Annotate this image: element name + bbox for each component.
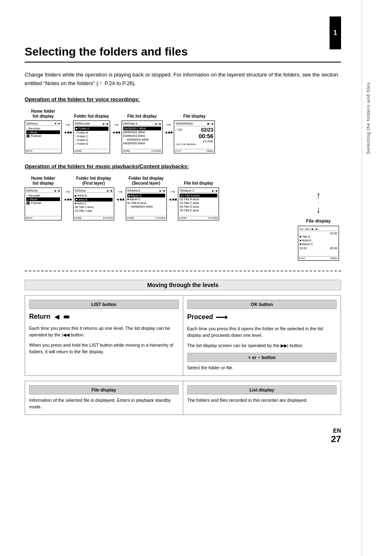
music-arrow-2: → ◄ ■ ■ xyxy=(116,188,124,202)
page-footer: EN 27 xyxy=(25,427,341,445)
voice-section: Operation of the folders for voice recor… xyxy=(25,96,341,153)
arrow-1: → ◄ ■ ■ xyxy=(63,120,71,134)
voice-screen-1-display: 000Home■ □■ ♪Recorder ♫Music ⬛Podcast BA… xyxy=(25,120,62,153)
page-title: Selecting the folders and files xyxy=(25,45,341,63)
side-tab-text: Selecting the folders and files xyxy=(366,82,371,154)
music-section: Operation of the folders for music playb… xyxy=(25,163,341,261)
list-button-label: LIST button xyxy=(29,300,179,309)
bottom-boxes: File display Information of the selected… xyxy=(25,381,341,415)
music-arrow-3: → ◄ ■ ■ xyxy=(168,188,177,202)
list-desc-1: Each time you press this it returns up o… xyxy=(29,325,179,338)
moving-section: Moving through the levels LIST button Re… xyxy=(25,280,341,415)
list-desc-2: When you press and hold the LIST button … xyxy=(29,342,179,355)
arrow-2: → ◄ ■ ■ xyxy=(112,120,120,134)
voice-heading: Operation of the folders for voice recor… xyxy=(25,96,341,102)
ok-button-column: OK button Proceed ⟶ Each time you press … xyxy=(183,295,341,376)
proceed-action: Proceed ⟶ xyxy=(187,312,337,322)
music-screen-flow: Home folderlist display 000Home■ □■ ♪Rec… xyxy=(25,174,294,220)
ok-button-label: OK button xyxy=(187,300,337,309)
voice-screen-3: File list display 000Folder A■ □■ DM5600… xyxy=(122,107,163,153)
music-screen-3: Folder list display(Second layer) 000Art… xyxy=(126,174,167,220)
page-number: 27 xyxy=(25,434,341,445)
voice-screen-4-label: File display xyxy=(183,107,205,119)
voice-screen-4: File display 000DM560002▶ □■ □ XO 02/23 … xyxy=(174,107,215,153)
return-action: Return ◄ ■■ xyxy=(29,312,179,322)
file-display-side-screen: 001-Title A ▶ □■ 01/20 ■Title A ■Artist … xyxy=(298,226,339,261)
voice-screen-2-display: 000Recorder■ □■ ▶Folder A □Folder B □Fol… xyxy=(73,120,110,153)
voice-screen-2: Folder list display 000Recorder■ □■ ▶Fol… xyxy=(73,107,110,153)
voice-screen-3-label: File list display xyxy=(127,107,157,119)
arrow-3: → ◄ ■ ■ xyxy=(164,120,173,134)
music-screen-4: File list display 000Album C■ □■ 01-Titl… xyxy=(178,174,219,220)
voice-screen-1: Home folderlist display 000Home■ □■ ♪Rec… xyxy=(25,107,62,153)
music-screen-1-label: Home folderlist display xyxy=(31,174,55,186)
music-screen-3-label: Folder list display(Second layer) xyxy=(129,174,164,186)
music-screen-2-label: Folder list display(First layer) xyxy=(76,174,111,186)
list-display-box: List display The folders and files recor… xyxy=(183,381,341,415)
file-display-side-label: File display xyxy=(306,218,331,223)
file-display-box: File display Information of the selected… xyxy=(25,381,183,415)
file-display-box-text: Information of the selected file is disp… xyxy=(29,397,179,410)
voice-screen-2-label: Folder list display xyxy=(74,107,109,119)
intro-paragraph: Change folders while the operation is pl… xyxy=(25,71,341,88)
ok-desc-1: Each time you press this it opens the fo… xyxy=(187,325,337,339)
section-divider xyxy=(25,271,341,271)
music-screen-3-display: 000Artist A■ □■ ■Album B ■Album C 02-Tit… xyxy=(126,188,167,220)
right-panel: ↑ ⋮ ↓ File display 001-Title A ▶ □■ 01/2… xyxy=(296,174,341,261)
plus-minus-desc: Select the folder or file. xyxy=(187,364,337,371)
music-screen-2: Folder list display(First layer) 000Musi… xyxy=(73,174,114,220)
side-tab: Selecting the folders and files xyxy=(362,0,374,556)
music-screen-2-display: 000Music■ □■ ▶Artist A ■Artist B ■Artist… xyxy=(73,188,114,220)
ok-desc-2: The list display screen can be operated … xyxy=(187,342,337,349)
voice-screen-3-display: 000Folder A■ □■ DM560001.WMA DM560002.WM… xyxy=(122,120,163,153)
voice-screen-flow: Home folderlist display 000Home■ □■ ♪Rec… xyxy=(25,107,341,153)
file-display-box-title: File display xyxy=(29,385,179,394)
music-heading: Operation of the folders for music playb… xyxy=(25,163,341,169)
moving-title: Moving through the levels xyxy=(25,280,341,290)
music-screen-1-display: 000Home■ □■ ♪Recorder ♫Music ⬛Podcast BA… xyxy=(25,188,62,220)
en-badge: EN xyxy=(25,427,341,434)
music-screen-4-display: 000Album C■ □■ 01-Title A.wma 02-Title B… xyxy=(178,188,219,220)
music-screen-4-label: File list display xyxy=(184,174,213,186)
voice-screen-4-display: 000DM560002▶ □■ □ XO 02/23 00:56 11×04s … xyxy=(174,120,215,153)
list-display-box-text: The folders and files recorded in this r… xyxy=(187,397,337,404)
section-number: 1 xyxy=(330,16,341,49)
list-button-column: LIST button Return ◄ ■■ Each time you pr… xyxy=(25,295,183,376)
moving-columns: LIST button Return ◄ ■■ Each time you pr… xyxy=(25,295,341,376)
plus-minus-label: + or − button xyxy=(187,353,337,362)
list-display-box-title: List display xyxy=(187,385,337,394)
voice-screen-1-label: Home folderlist display xyxy=(31,107,55,119)
music-screen-1: Home folderlist display 000Home■ □■ ♪Rec… xyxy=(25,174,62,220)
music-arrow-1: → ◄ ■ ■ xyxy=(63,188,71,202)
